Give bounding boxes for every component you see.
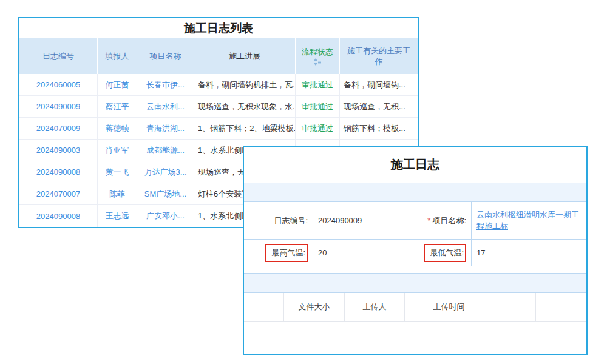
required-asterisk: * <box>427 216 430 225</box>
attachment-column-empty-4 <box>578 293 586 321</box>
reporter-link[interactable]: 陈菲 <box>109 189 125 200</box>
project-link[interactable]: SM广场地... <box>144 189 186 200</box>
form-section-bar-attachments <box>244 273 586 293</box>
table-row: 2024060005 何正茵 长春市伊... 备料，砌间墙钩机排土，瓦... 审… <box>19 74 418 96</box>
max-temp-label: 最高气温: <box>244 240 313 266</box>
project-link[interactable]: 万达广场3... <box>144 167 186 178</box>
sort-icon[interactable] <box>313 58 322 66</box>
project-link[interactable]: 青海洪湖... <box>146 123 185 134</box>
column-header-status[interactable]: 流程状态 <box>296 38 340 74</box>
project-link[interactable]: 云南水利... <box>146 101 185 112</box>
project-link[interactable]: 成都能源... <box>146 145 185 156</box>
max-temp-highlight-box: 最高气温: <box>265 244 308 262</box>
form-section-bar-top <box>244 183 586 202</box>
progress-cell: 现场巡查，无积水现象，水... <box>194 96 296 117</box>
min-temp-highlight-box: 最低气温: <box>424 244 466 262</box>
project-name-link[interactable]: 云南水利枢纽潜明水库一期工程施工标 <box>476 209 582 232</box>
construction-log-form-panel: 施工日志 日志编号: 2024090009 * 项目名称: 云南水利枢纽潜明水库… <box>243 146 588 355</box>
attachment-column-empty-2 <box>493 293 536 321</box>
status-cell: 审批通过 <box>296 74 340 95</box>
attachment-column-upload-time: 上传时间 <box>405 293 493 321</box>
page: 施工日志列表 日志编号 填报人 项目名称 施工进展 流程状态 <box>0 0 607 364</box>
table-row: 2024090009 蔡江平 云南水利... 现场巡查，无积水现象，水... 审… <box>19 96 418 118</box>
max-temp-value: 20 <box>313 240 399 266</box>
table-row: 2024070009 蒋德帧 青海洪湖... 1、钢筋下料；2、地梁模板... … <box>19 118 418 140</box>
form-gap <box>244 266 586 273</box>
project-link[interactable]: 长春市伊... <box>146 79 185 90</box>
progress-cell: 备料，砌间墙钩机排土，瓦... <box>194 74 296 95</box>
main-work-cell: 现场巡查，无积... <box>340 96 418 117</box>
reporter-link[interactable]: 肖亚军 <box>106 145 129 156</box>
reporter-link[interactable]: 蒋德帧 <box>106 123 129 134</box>
status-cell: 审批通过 <box>296 96 340 117</box>
reporter-link[interactable]: 王志远 <box>106 211 129 221</box>
form-row-1: 日志编号: 2024090009 * 项目名称: 云南水利枢纽潜明水库一期工程施… <box>244 202 586 240</box>
main-work-cell: 备料，砌间墙钩... <box>340 74 418 95</box>
column-header-reporter[interactable]: 填报人 <box>98 38 137 74</box>
column-header-project[interactable]: 项目名称 <box>137 38 194 74</box>
project-name-label: * 项目名称: <box>399 202 472 239</box>
column-header-main-work[interactable]: 施工有关的主要工 作 <box>340 38 418 74</box>
form-row-2: 最高气温: 20 最低气温: 17 <box>244 240 586 266</box>
attachment-column-file-size: 文件大小 <box>284 293 345 321</box>
attachment-column-uploader: 上传人 <box>345 293 405 321</box>
min-temp-label: 最低气温: <box>399 240 472 266</box>
log-id-link[interactable]: 2024060005 <box>36 80 80 89</box>
attachments-empty-body <box>244 322 586 354</box>
log-id-link[interactable]: 2024090008 <box>36 167 80 177</box>
attachment-column-empty-3 <box>536 293 578 321</box>
log-number-label: 日志编号: <box>244 202 313 239</box>
form-title: 施工日志 <box>244 147 586 183</box>
column-header-log-id[interactable]: 日志编号 <box>19 38 98 74</box>
status-cell: 审批通过 <box>296 118 340 139</box>
log-id-link[interactable]: 2024090003 <box>36 146 80 155</box>
project-name-value: 云南水利枢纽潜明水库一期工程施工标 <box>472 202 586 239</box>
reporter-link[interactable]: 蔡江平 <box>106 101 129 112</box>
log-id-link[interactable]: 2024070007 <box>36 189 80 198</box>
progress-cell: 1、钢筋下料；2、地梁模板... <box>194 118 296 139</box>
log-id-link[interactable]: 2024090009 <box>36 102 80 111</box>
log-number-value: 2024090009 <box>313 202 399 239</box>
list-title: 施工日志列表 <box>19 18 418 38</box>
column-header-progress[interactable]: 施工进展 <box>194 38 296 74</box>
log-id-link[interactable]: 2024090008 <box>36 212 80 221</box>
attachment-column-empty-1 <box>244 293 284 321</box>
min-temp-value: 17 <box>472 240 586 266</box>
main-work-cell: 钢筋下料；模板... <box>340 118 418 139</box>
project-link[interactable]: 广安邓小... <box>146 211 185 221</box>
list-header-row: 日志编号 填报人 项目名称 施工进展 流程状态 <box>19 38 418 74</box>
reporter-link[interactable]: 何正茵 <box>106 79 129 90</box>
attachments-header-row: 文件大小 上传人 上传时间 <box>244 293 586 322</box>
log-id-link[interactable]: 2024070009 <box>36 124 80 133</box>
reporter-link[interactable]: 黄一飞 <box>106 167 129 178</box>
